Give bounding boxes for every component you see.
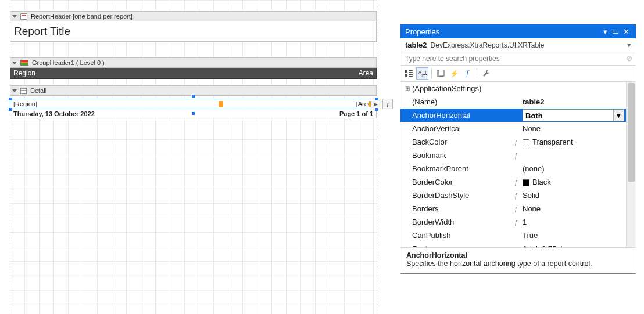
column-region[interactable]: Region [10,68,38,78]
expression-button[interactable]: f [382,99,393,109]
collapse-icon[interactable] [12,15,17,18]
resize-handle[interactable] [191,111,195,116]
property-value[interactable]: Solid [523,191,624,200]
dropdown-icon[interactable]: ▾ [600,26,610,37]
properties-grid[interactable]: ⊞(ApplicationSettings)(Name)table2Anchor… [400,82,636,247]
panel-titlebar[interactable]: Properties ▾ ▭ ✕ [400,24,636,38]
chevron-down-icon[interactable]: ▾ [627,41,631,49]
property-value[interactable]: 1 [523,218,624,226]
search-input[interactable] [400,52,636,65]
property-value[interactable]: (none) [523,164,624,173]
expression-indicator-icon: ƒ [514,219,523,226]
events-button[interactable]: ⚡ [448,67,460,80]
selected-object-name: table2 [405,41,427,49]
right-margin-guide[interactable] [377,0,377,314]
column-header-row[interactable]: Region Area [10,68,377,79]
selected-object-class: DevExpress.XtraReports.UI.XRTable [431,41,545,49]
property-row-borders[interactable]: BordersƒNone [400,202,636,215]
property-row-backcolor[interactable]: BackColorƒTransparent [400,135,636,149]
table2-row[interactable]: [Region] [Area] [10,99,377,109]
report-header-band[interactable]: ReportHeader [one band per report] Repor… [10,11,377,42]
property-value[interactable]: Arial, 9.75pt [523,244,624,247]
property-row-name[interactable]: (Name)table2 [400,95,636,109]
expression-indicator-icon: ƒ [514,152,523,159]
property-search[interactable]: ⊘ [400,52,636,66]
property-row-canpublish[interactable]: CanPublishTrue [400,229,636,242]
property-row-borderdashstyle[interactable]: BorderDashStyleƒSolid [400,189,636,202]
property-value[interactable]: True [523,231,624,240]
left-margin-guide[interactable] [10,0,10,314]
alphabetical-button[interactable]: AZ [416,67,428,80]
object-selector[interactable]: table2 DevExpress.XtraReports.UI.XRTable… [400,38,636,52]
svg-rect-1 [409,70,413,71]
property-row-bookmark[interactable]: Bookmarkƒ [400,149,636,162]
property-name: (ApplicationSettings) [411,84,514,93]
report-designer-canvas[interactable]: ReportHeader [one band per report] Repor… [0,0,401,314]
resize-handle[interactable] [191,94,195,98]
property-description: AnchorHorizontal Specifies the horizonta… [400,247,636,273]
collapse-icon[interactable] [12,62,17,64]
svg-rect-3 [405,74,407,77]
footer-page-label: Page 1 of 1 [95,110,373,117]
property-name: BorderColor [411,178,514,186]
wrench-button[interactable] [480,67,492,80]
smart-tag-icon[interactable] [219,101,223,107]
property-name: CanPublish [411,231,514,240]
group-header-band[interactable]: GroupHeader1 ( Level 0 ) Region Area [10,57,377,79]
svg-rect-4 [409,74,413,75]
report-header-icon [20,13,27,20]
categorized-button[interactable] [403,67,415,80]
property-row-anchorvertical[interactable]: AnchorVerticalNone [400,122,636,135]
chevron-down-icon[interactable]: ▾ [613,110,624,121]
properties-toolbar: AZ ⚡ ƒ [400,66,636,82]
scrollbar[interactable] [626,82,636,247]
clear-search-icon[interactable]: ⊘ [626,54,632,63]
property-name: AnchorHorizontal [411,111,514,120]
cell-region[interactable]: [Region] [10,100,194,107]
resize-handle[interactable] [374,97,378,101]
detail-icon [20,88,27,94]
resize-handle[interactable] [8,97,12,101]
collapse-icon[interactable] [12,89,17,92]
column-area[interactable]: Area [38,68,376,78]
maximize-icon[interactable]: ▭ [610,26,621,37]
property-row-bookmarkparent[interactable]: BookmarkParent(none) [400,162,636,175]
property-name: (Name) [411,98,514,106]
property-value[interactable]: None [523,124,624,133]
description-text: Specifies the horizontal anchoring type … [406,259,592,268]
property-row-font[interactable]: ⊞FontArial, 9.75pt [400,242,636,247]
close-icon[interactable]: ✕ [621,26,631,37]
expand-icon[interactable]: ⊞ [404,246,411,247]
svg-text:Z: Z [421,74,424,78]
property-name: AnchorVertical [411,124,514,133]
expression-indicator-icon: ƒ [514,192,523,199]
property-row-borderwidth[interactable]: BorderWidthƒ1 [400,215,636,229]
band-label: ReportHeader [one band per report] [31,13,133,20]
scrollbar-thumb[interactable] [628,83,635,182]
resize-handle[interactable] [374,107,378,111]
property-value[interactable]: None [523,204,624,213]
property-value[interactable]: Black [523,178,624,186]
property-name: Bookmark [411,151,514,160]
expressions-button[interactable]: ƒ [461,67,474,80]
property-name: Borders [411,204,514,213]
property-row-anchorhorizontal[interactable]: AnchorHorizontalBoth▾ [400,109,636,122]
property-pages-button[interactable] [435,67,447,80]
property-name: BookmarkParent [411,164,514,173]
property-value[interactable]: Both▾ [523,109,624,121]
description-name: AnchorHorizontal [406,251,467,259]
resize-handle[interactable] [8,107,12,111]
svg-rect-5 [409,76,413,77]
expression-indicator-icon: ƒ [514,205,523,212]
property-value[interactable]: Transparent [523,138,624,146]
svg-rect-9 [439,70,444,76]
band-header[interactable]: ReportHeader [one band per report] [10,11,377,21]
property-name: Font [411,244,514,247]
property-row-bordercolor[interactable]: BorderColorƒBlack [400,175,636,189]
property-value[interactable]: table2 [523,98,624,106]
band-header[interactable]: GroupHeader1 ( Level 0 ) [10,57,377,68]
expand-icon[interactable]: ⊞ [404,85,411,92]
property-row-applicationsettings[interactable]: ⊞(ApplicationSettings) [400,82,636,95]
group-header-icon [20,60,28,66]
report-title-label[interactable]: Report Title [10,21,377,42]
